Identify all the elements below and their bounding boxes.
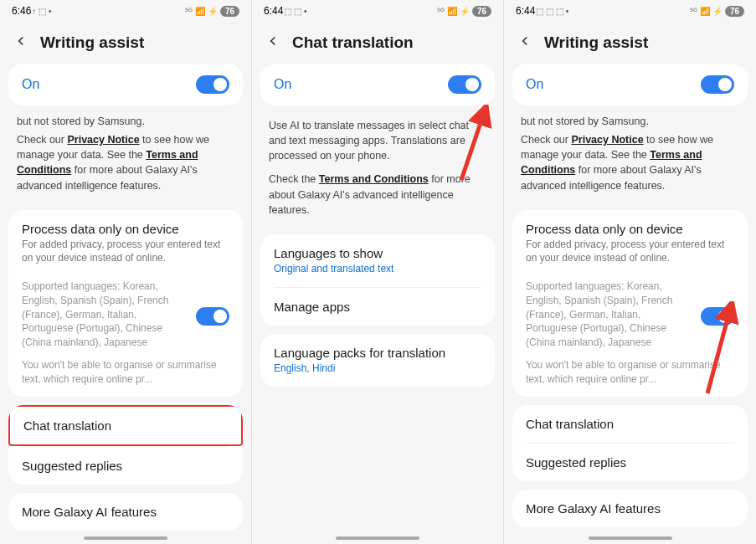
more-galaxy-ai-item[interactable]: More Galaxy AI features bbox=[8, 493, 243, 531]
process-data-item[interactable]: Process data only on device For added pr… bbox=[8, 210, 243, 276]
battery-indicator: 76 bbox=[220, 6, 239, 17]
chat-translation-item[interactable]: Chat translation bbox=[8, 405, 243, 446]
status-icons-left: ⬚ ⬚ • bbox=[284, 7, 306, 16]
status-time: 6:46 bbox=[12, 5, 31, 17]
offline-warning: You won't be able to organise or summari… bbox=[512, 357, 748, 397]
on-toggle-switch[interactable] bbox=[701, 75, 734, 94]
on-toggle-card[interactable]: On bbox=[8, 64, 243, 105]
languages-card: Languages to show Original and translate… bbox=[260, 234, 495, 326]
battery-indicator: 76 bbox=[472, 6, 491, 17]
phone-writing-assist-2: 6:44 ⬚ ⬚ ⬚ • ⁵ᴳ 📶 ⚡ 76 Writing assist On… bbox=[504, 0, 756, 544]
status-bar: 6:44 ⬚ ⬚ ⬚ • ⁵ᴳ 📶 ⚡ 76 bbox=[504, 0, 756, 20]
on-label: On bbox=[22, 77, 39, 92]
privacy-desc: Check our Privacy Notice to see how we m… bbox=[521, 132, 739, 193]
on-label: On bbox=[526, 77, 543, 92]
on-toggle-card[interactable]: On bbox=[512, 64, 748, 105]
status-icons-right: ⁵ᴳ 📶 ⚡ bbox=[690, 7, 723, 16]
on-label: On bbox=[274, 77, 291, 92]
privacy-notice-link[interactable]: Privacy Notice bbox=[571, 134, 643, 146]
more-galaxy-ai-item[interactable]: More Galaxy AI features bbox=[512, 490, 748, 527]
status-time: 6:44 bbox=[264, 5, 283, 17]
back-arrow-icon[interactable] bbox=[517, 32, 532, 54]
chat-suggested-card: Chat translation Suggested replies bbox=[512, 405, 748, 481]
back-arrow-icon[interactable] bbox=[265, 32, 280, 54]
chat-suggested-card: Chat translation Suggested replies bbox=[8, 405, 243, 485]
status-bar: 6:46 ↑ ⬚ • ⁵ᴳ 📶 ⚡ 76 bbox=[0, 0, 251, 20]
on-toggle-switch[interactable] bbox=[196, 75, 229, 94]
language-packs-item[interactable]: Language packs for translation English, … bbox=[260, 334, 495, 387]
suggested-replies-item[interactable]: Suggested replies bbox=[8, 447, 243, 485]
status-icons-left: ⬚ ⬚ ⬚ • bbox=[536, 7, 568, 16]
page-title: Chat translation bbox=[292, 33, 414, 52]
chat-translation-item[interactable]: Chat translation bbox=[512, 405, 748, 443]
page-header: Chat translation bbox=[252, 20, 503, 64]
clipped-text: but not stored by Samsung. bbox=[0, 114, 251, 132]
page-title: Writing assist bbox=[544, 33, 648, 52]
languages-to-show-item[interactable]: Languages to show Original and translate… bbox=[260, 234, 495, 287]
status-icons-right: ⁵ᴳ 📶 ⚡ bbox=[185, 7, 218, 16]
manage-apps-item[interactable]: Manage apps bbox=[260, 288, 495, 326]
home-indicator[interactable] bbox=[336, 536, 419, 540]
language-packs-card: Language packs for translation English, … bbox=[260, 334, 495, 387]
chat-desc: Use AI to translate messages in select c… bbox=[269, 118, 486, 163]
terms-link[interactable]: Terms and Conditions bbox=[319, 173, 429, 185]
process-data-card: Process data only on device For added pr… bbox=[8, 210, 243, 397]
supported-languages: Supported languages: Korean, English, Sp… bbox=[512, 276, 692, 357]
status-time: 6:44 bbox=[516, 5, 535, 17]
process-data-toggle[interactable] bbox=[196, 307, 229, 326]
status-icons-left: ↑ ⬚ • bbox=[32, 7, 51, 16]
page-header: Writing assist bbox=[0, 20, 251, 64]
home-indicator[interactable] bbox=[589, 536, 672, 540]
page-header: Writing assist bbox=[504, 20, 756, 64]
back-arrow-icon[interactable] bbox=[13, 32, 28, 54]
on-toggle-card[interactable]: On bbox=[260, 64, 495, 105]
more-features-card: More Galaxy AI features bbox=[512, 490, 748, 527]
on-toggle-switch[interactable] bbox=[448, 75, 481, 94]
status-icons-right: ⁵ᴳ 📶 ⚡ bbox=[437, 7, 470, 16]
suggested-replies-item[interactable]: Suggested replies bbox=[512, 444, 748, 481]
process-data-toggle[interactable] bbox=[701, 307, 734, 326]
home-indicator[interactable] bbox=[84, 536, 167, 540]
more-features-card: More Galaxy AI features bbox=[8, 493, 243, 531]
battery-indicator: 76 bbox=[725, 6, 744, 17]
process-data-item[interactable]: Process data only on device For added pr… bbox=[512, 210, 748, 276]
phone-writing-assist-1: 6:46 ↑ ⬚ • ⁵ᴳ 📶 ⚡ 76 Writing assist On b… bbox=[0, 0, 252, 544]
clipped-text: but not stored by Samsung. bbox=[504, 114, 756, 132]
process-data-card: Process data only on device For added pr… bbox=[512, 210, 748, 397]
chat-terms-desc: Check the Terms and Conditions for more … bbox=[269, 172, 486, 217]
privacy-notice-link[interactable]: Privacy Notice bbox=[67, 134, 139, 146]
supported-languages: Supported languages: Korean, English, Sp… bbox=[8, 276, 188, 357]
privacy-desc: Check our Privacy Notice to see how we m… bbox=[17, 132, 234, 193]
page-title: Writing assist bbox=[40, 33, 144, 52]
status-bar: 6:44 ⬚ ⬚ • ⁵ᴳ 📶 ⚡ 76 bbox=[252, 0, 503, 20]
offline-warning: You won't be able to organise or summari… bbox=[8, 357, 243, 397]
phone-chat-translation: 6:44 ⬚ ⬚ • ⁵ᴳ 📶 ⚡ 76 Chat translation On… bbox=[252, 0, 504, 544]
